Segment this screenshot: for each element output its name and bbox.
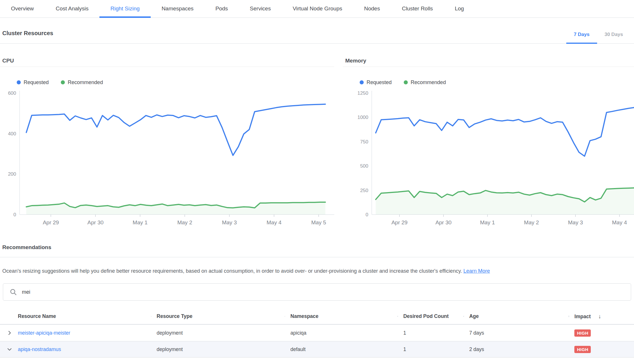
chevron-right-icon[interactable] xyxy=(6,330,13,336)
right-sizing-page: OverviewCost AnalysisRight SizingNamespa… xyxy=(0,0,634,364)
cpu-chart-panel: CPU RequestedRecommended 0200400600Apr 2… xyxy=(0,58,334,227)
resource-name-link[interactable]: meister-apiciqa-meister xyxy=(18,330,70,336)
section-title-recommendations: Recommendations xyxy=(0,244,634,251)
desired-pod-count-cell: 1 xyxy=(397,346,463,352)
tab-overview[interactable]: Overview xyxy=(0,0,45,17)
svg-text:May 2: May 2 xyxy=(177,219,192,225)
section-title-cluster-resources: Cluster Resources xyxy=(0,30,53,43)
svg-text:600: 600 xyxy=(8,90,16,96)
search-icon xyxy=(10,288,17,296)
table-row-meister-apiciqa-meister[interactable]: meister-apiciqa-meisterdeploymentapiciqa… xyxy=(0,325,634,341)
divider xyxy=(0,257,634,257)
svg-text:May 4: May 4 xyxy=(612,219,627,225)
svg-text:Apr 30: Apr 30 xyxy=(87,219,103,225)
column-header-namespace[interactable]: Namespace xyxy=(285,313,398,319)
svg-text:750: 750 xyxy=(360,139,368,145)
recommendations-description-text: Ocean's resizing suggestions will help y… xyxy=(2,268,462,274)
legend-label: Requested xyxy=(367,79,392,86)
svg-text:1250: 1250 xyxy=(357,90,368,96)
legend-label: Recommended xyxy=(68,79,103,86)
svg-text:May 4: May 4 xyxy=(267,219,282,225)
legend-item-requested[interactable]: Requested xyxy=(360,79,392,86)
table-body: meister-apiciqa-meisterdeploymentapiciqa… xyxy=(0,325,634,357)
tab-nodes[interactable]: Nodes xyxy=(353,0,391,17)
svg-text:250: 250 xyxy=(360,188,368,193)
svg-text:Apr 29: Apr 29 xyxy=(391,219,407,225)
search-input[interactable] xyxy=(22,289,631,295)
column-header-resource-name[interactable]: Resource Name xyxy=(0,313,151,319)
recommendations-section: Recommendations Ocean's resizing suggest… xyxy=(0,244,634,358)
resource-name-cell: apiqa-nostradamus xyxy=(0,346,151,352)
arrow-down-icon: ↓ xyxy=(598,313,601,319)
legend-dot-requested xyxy=(360,80,364,84)
table-header-row: Resource NameResource TypeNamespaceDesir… xyxy=(0,309,634,325)
svg-text:400: 400 xyxy=(8,131,16,136)
cpu-chart: 0200400600Apr 29Apr 30May 1May 2May 3May… xyxy=(0,89,334,227)
range-30-days[interactable]: 30 Days xyxy=(597,32,631,43)
impact-badge: HIGH xyxy=(574,329,591,337)
top-tab-bar: OverviewCost AnalysisRight SizingNamespa… xyxy=(0,0,634,18)
impact-badge: HIGH xyxy=(574,346,591,353)
svg-text:May 3: May 3 xyxy=(568,219,583,225)
column-header-age[interactable]: Age xyxy=(463,313,569,319)
column-header-resource-type[interactable]: Resource Type xyxy=(151,313,285,319)
tab-virtual-node-groups[interactable]: Virtual Node Groups xyxy=(282,0,353,17)
svg-text:0: 0 xyxy=(14,212,16,217)
svg-text:1000: 1000 xyxy=(357,115,368,120)
recommendations-description: Ocean's resizing suggestions will help y… xyxy=(2,267,632,275)
table-row-apiqa-nostradamus[interactable]: apiqa-nostradamusdeploymentdefault12 day… xyxy=(0,341,634,357)
legend-item-recommended[interactable]: Recommended xyxy=(61,79,103,86)
svg-text:May 1: May 1 xyxy=(133,219,148,225)
column-header-impact[interactable]: Impact↓ xyxy=(569,313,634,320)
legend-item-recommended[interactable]: Recommended xyxy=(404,79,446,86)
legend-dot-recommended xyxy=(404,80,408,84)
desired-pod-count-cell: 1 xyxy=(397,330,463,336)
legend-dot-requested xyxy=(17,80,21,84)
chart-title-memory: Memory xyxy=(343,58,634,67)
impact-cell: HIGH xyxy=(569,329,634,337)
tab-log[interactable]: Log xyxy=(444,0,475,17)
age-cell: 2 days xyxy=(463,346,569,352)
legend-label: Requested xyxy=(24,79,49,86)
svg-text:May 2: May 2 xyxy=(524,219,539,225)
resource-type-cell: deployment xyxy=(151,330,285,336)
time-range-toggle: 7 Days30 Days xyxy=(566,32,631,43)
memory-chart: 025050075010001250Apr 29Apr 30May 1May 2… xyxy=(343,89,634,227)
recommendations-table: Resource NameResource TypeNamespaceDesir… xyxy=(0,309,634,358)
memory-chart-panel: Memory RequestedRecommended 025050075010… xyxy=(343,58,634,227)
search-box[interactable] xyxy=(3,283,631,301)
namespace-cell: apiciqa xyxy=(285,330,398,336)
tab-right-sizing[interactable]: Right Sizing xyxy=(99,0,150,17)
tab-services[interactable]: Services xyxy=(239,0,282,17)
tab-cluster-rolls[interactable]: Cluster Rolls xyxy=(391,0,444,17)
svg-text:Apr 30: Apr 30 xyxy=(435,219,452,225)
impact-cell: HIGH xyxy=(569,346,634,353)
svg-text:Apr 29: Apr 29 xyxy=(43,219,59,225)
column-header-desired-pod-count[interactable]: Desired Pod Count xyxy=(397,313,463,319)
legend-item-requested[interactable]: Requested xyxy=(17,79,49,86)
svg-text:May 5: May 5 xyxy=(311,219,326,225)
learn-more-link[interactable]: Learn More xyxy=(463,268,490,274)
memory-chart-legend: RequestedRecommended xyxy=(360,79,634,86)
range-7-days[interactable]: 7 Days xyxy=(566,32,597,43)
namespace-cell: default xyxy=(285,346,398,352)
chevron-down-icon[interactable] xyxy=(6,346,13,352)
svg-text:200: 200 xyxy=(8,171,16,177)
legend-dot-recommended xyxy=(61,80,65,84)
resource-type-cell: deployment xyxy=(151,346,285,352)
cluster-resources-header: Cluster Resources 7 Days30 Days xyxy=(0,18,634,44)
tab-pods[interactable]: Pods xyxy=(205,0,239,17)
svg-text:May 3: May 3 xyxy=(222,219,237,225)
age-cell: 7 days xyxy=(463,330,569,336)
svg-text:500: 500 xyxy=(360,163,368,169)
chart-title-cpu: CPU xyxy=(0,58,334,67)
tab-cost-analysis[interactable]: Cost Analysis xyxy=(45,0,99,17)
resource-name-link[interactable]: apiqa-nostradamus xyxy=(18,346,61,352)
resource-name-cell: meister-apiciqa-meister xyxy=(0,330,151,336)
legend-label: Recommended xyxy=(411,79,446,86)
charts-row: CPU RequestedRecommended 0200400600Apr 2… xyxy=(0,58,634,227)
tab-namespaces[interactable]: Namespaces xyxy=(151,0,205,17)
svg-text:May 1: May 1 xyxy=(480,219,495,225)
cpu-chart-legend: RequestedRecommended xyxy=(17,79,334,86)
svg-text:0: 0 xyxy=(366,212,368,217)
